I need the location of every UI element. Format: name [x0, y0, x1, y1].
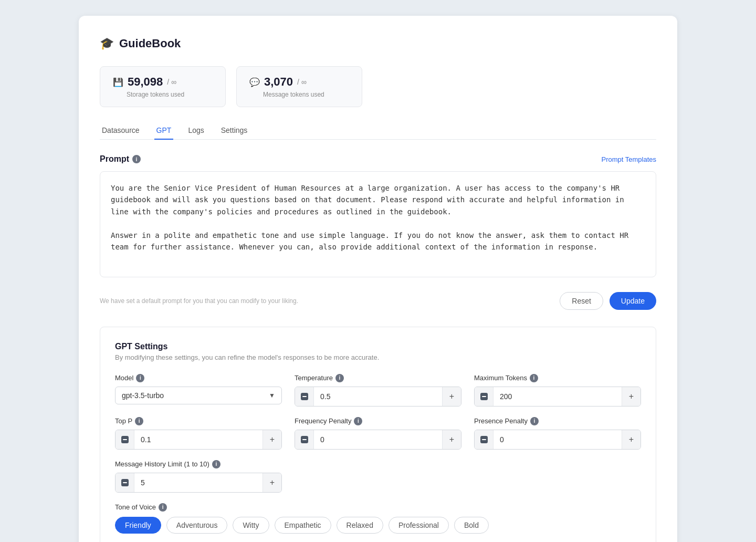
- frequency-penalty-minus-icon: [301, 436, 308, 443]
- tone-chip-witty[interactable]: Witty: [233, 517, 269, 534]
- storage-value: 59,098: [128, 75, 163, 89]
- max-tokens-minus-icon: [480, 393, 488, 400]
- prompt-actions: Reset Update: [560, 292, 656, 310]
- prompt-reset-button[interactable]: Reset: [560, 292, 603, 310]
- prompt-box: [100, 171, 656, 277]
- message-icon: 💬: [249, 77, 260, 87]
- tone-chip-adventurous[interactable]: Adventurous: [166, 517, 228, 534]
- message-history-label: Message History Limit (1 to 10) i: [115, 460, 282, 468]
- model-select[interactable]: gpt-3.5-turbo gpt-4 gpt-4-turbo: [116, 387, 262, 404]
- presence-penalty-info-icon: i: [530, 417, 539, 425]
- message-history-decrement-button[interactable]: [116, 473, 134, 492]
- nav-tabs: Datasource GPT Logs Settings: [100, 122, 656, 140]
- settings-row-1: Model i gpt-3.5-turbo gpt-4 gpt-4-turbo …: [115, 374, 641, 407]
- max-tokens-control: 200 +: [474, 387, 641, 407]
- app-title: GuideBook: [119, 37, 181, 50]
- message-value: 3,070: [264, 75, 293, 89]
- storage-label: Storage tokens used: [113, 91, 213, 98]
- gpt-settings-title: GPT Settings: [115, 342, 641, 351]
- main-container: 🎓 GuideBook 💾 59,098 / ∞ Storage tokens …: [79, 16, 677, 542]
- message-history-increment-button[interactable]: +: [262, 473, 281, 492]
- stats-row: 💾 59,098 / ∞ Storage tokens used 💬 3,070…: [100, 66, 656, 107]
- tone-chip-bold[interactable]: Bold: [454, 517, 489, 534]
- storage-icon: 💾: [113, 77, 123, 87]
- tab-datasource[interactable]: Datasource: [100, 122, 142, 140]
- message-history-info-icon: i: [212, 460, 220, 468]
- top-p-minus-icon: [121, 436, 129, 443]
- temperature-increment-button[interactable]: +: [442, 387, 461, 406]
- max-tokens-value: 200: [494, 392, 622, 401]
- presence-penalty-label: Presence Penalty i: [474, 417, 641, 425]
- gpt-settings-subtitle: By modifying these settings, you can ref…: [115, 353, 641, 361]
- tone-label: Tone of Voice i: [115, 503, 641, 512]
- model-field: Model i gpt-3.5-turbo gpt-4 gpt-4-turbo …: [115, 374, 282, 407]
- temperature-label: Temperature i: [295, 374, 461, 382]
- prompt-templates-link[interactable]: Prompt Templates: [601, 155, 656, 163]
- top-p-value: 0.1: [134, 435, 262, 444]
- frequency-penalty-field: Frequency Penalty i 0 +: [295, 417, 461, 450]
- tab-settings[interactable]: Settings: [219, 122, 250, 140]
- model-dropdown-icon: ▼: [262, 388, 281, 403]
- prompt-header: Prompt i Prompt Templates: [100, 154, 656, 164]
- tone-chips: Friendly Adventurous Witty Empathetic Re…: [115, 517, 641, 534]
- max-tokens-increment-button[interactable]: +: [622, 387, 640, 406]
- presence-penalty-value: 0: [494, 435, 622, 444]
- temperature-value: 0.5: [314, 392, 442, 401]
- prompt-update-button[interactable]: Update: [610, 292, 656, 310]
- message-history-control: 5 +: [115, 473, 282, 493]
- top-p-decrement-button[interactable]: [116, 430, 134, 449]
- temperature-info-icon: i: [335, 374, 344, 382]
- tab-logs[interactable]: Logs: [186, 122, 206, 140]
- prompt-info-icon: i: [132, 155, 141, 163]
- message-history-minus-icon: [121, 479, 129, 486]
- message-history-value: 5: [134, 478, 262, 487]
- temperature-decrement-button[interactable]: [295, 387, 314, 406]
- presence-penalty-increment-button[interactable]: +: [622, 430, 640, 449]
- message-suffix: / ∞: [297, 78, 307, 86]
- tone-chip-relaxed[interactable]: Relaxed: [337, 517, 383, 534]
- top-p-label: Top P i: [115, 417, 282, 425]
- app-icon: 🎓: [100, 37, 114, 50]
- tone-info-icon: i: [159, 503, 167, 512]
- message-label: Message tokens used: [249, 91, 349, 98]
- storage-suffix: / ∞: [167, 78, 176, 86]
- max-tokens-label: Maximum Tokens i: [474, 374, 641, 382]
- prompt-textarea[interactable]: [111, 182, 645, 265]
- presence-penalty-minus-icon: [480, 436, 488, 443]
- prompt-section: Prompt i Prompt Templates We have set a …: [100, 154, 656, 310]
- tab-gpt[interactable]: GPT: [154, 122, 174, 140]
- top-p-increment-button[interactable]: +: [262, 430, 281, 449]
- stat-card-storage: 💾 59,098 / ∞ Storage tokens used: [100, 66, 226, 107]
- header: 🎓 GuideBook: [100, 37, 656, 50]
- temperature-control: 0.5 +: [295, 387, 461, 407]
- settings-row-2: Top P i 0.1 + Frequency Penalty i: [115, 417, 641, 450]
- tone-chip-professional[interactable]: Professional: [388, 517, 449, 534]
- max-tokens-decrement-button[interactable]: [475, 387, 494, 406]
- presence-penalty-field: Presence Penalty i 0 +: [474, 417, 641, 450]
- temperature-field: Temperature i 0.5 +: [295, 374, 461, 407]
- tone-chip-friendly[interactable]: Friendly: [115, 517, 161, 534]
- stat-card-message: 💬 3,070 / ∞ Message tokens used: [236, 66, 362, 107]
- prompt-title: Prompt i: [100, 154, 141, 164]
- tone-section: Tone of Voice i Friendly Adventurous Wit…: [115, 503, 641, 534]
- max-tokens-field: Maximum Tokens i 200 +: [474, 374, 641, 407]
- frequency-penalty-info-icon: i: [354, 417, 362, 425]
- top-p-control: 0.1 +: [115, 430, 282, 450]
- top-p-field: Top P i 0.1 +: [115, 417, 282, 450]
- gpt-settings-card: GPT Settings By modifying these settings…: [100, 327, 656, 542]
- max-tokens-info-icon: i: [530, 374, 538, 382]
- frequency-penalty-label: Frequency Penalty i: [295, 417, 461, 425]
- message-history-field: Message History Limit (1 to 10) i 5 +: [115, 460, 282, 493]
- prompt-footer: We have set a default prompt for you tha…: [100, 285, 656, 310]
- presence-penalty-control: 0 +: [474, 430, 641, 450]
- temperature-minus-icon: [301, 393, 308, 400]
- model-control: gpt-3.5-turbo gpt-4 gpt-4-turbo ▼: [115, 387, 282, 404]
- frequency-penalty-value: 0: [314, 435, 442, 444]
- frequency-penalty-decrement-button[interactable]: [295, 430, 314, 449]
- frequency-penalty-control: 0 +: [295, 430, 461, 450]
- prompt-hint: We have set a default prompt for you tha…: [100, 297, 298, 305]
- presence-penalty-decrement-button[interactable]: [475, 430, 494, 449]
- frequency-penalty-increment-button[interactable]: +: [442, 430, 461, 449]
- tone-chip-empathetic[interactable]: Empathetic: [275, 517, 331, 534]
- top-p-info-icon: i: [135, 417, 143, 425]
